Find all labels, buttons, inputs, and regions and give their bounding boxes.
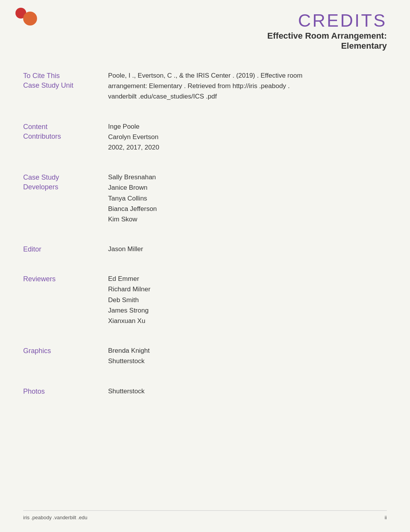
row-label-reviewers: Reviewers: [23, 274, 108, 284]
credits-row-contributors: ContentContributors Inge Poole Carolyn E…: [23, 117, 387, 153]
page: CREDITS Effective Room Arrangement: Elem…: [0, 0, 410, 532]
row-content-cite: Poole, I ., Evertson, C ., & the IRIS Ce…: [108, 70, 387, 102]
row-label-cite: To Cite ThisCase Study Unit: [23, 70, 108, 90]
row-label-developers: Case StudyDevelopers: [23, 172, 108, 192]
credits-row-photos: Photos Shutterstock: [23, 382, 387, 396]
row-label-editor: Editor: [23, 244, 108, 254]
footer-page-number: ii: [385, 515, 387, 520]
footer-url: iris .peabody .vanderbilt .edu: [23, 515, 87, 520]
row-content-editor: Jason Miller: [108, 244, 387, 254]
logo-area: [15, 8, 42, 31]
row-label-graphics: Graphics: [23, 345, 108, 356]
header: CREDITS Effective Room Arrangement: Elem…: [0, 0, 410, 59]
credits-row-editor: Editor Jason Miller: [23, 240, 387, 254]
title-block: CREDITS Effective Room Arrangement: Elem…: [267, 12, 387, 51]
footer: iris .peabody .vanderbilt .edu ii: [23, 510, 387, 520]
row-content-contributors: Inge Poole Carolyn Evertson 2002, 2017, …: [108, 121, 387, 153]
credits-row-developers: Case StudyDevelopers Sally Bresnahan Jan…: [23, 168, 387, 224]
logo-shape-orange: [23, 12, 37, 25]
credits-row-cite: To Cite ThisCase Study Unit Poole, I ., …: [23, 66, 387, 102]
row-label-photos: Photos: [23, 386, 108, 396]
subtitle-line2: Elementary: [267, 41, 387, 51]
row-content-graphics: Brenda Knight Shutterstock: [108, 345, 387, 366]
row-label-contributors: ContentContributors: [23, 121, 108, 141]
credits-row-graphics: Graphics Brenda Knight Shutterstock: [23, 342, 387, 366]
iris-logo-icon: [15, 8, 42, 31]
credits-row-reviewers: Reviewers Ed Emmer Richard Milner Deb Sm…: [23, 270, 387, 326]
row-content-developers: Sally Bresnahan Janice Brown Tanya Colli…: [108, 172, 387, 224]
credits-content: To Cite ThisCase Study Unit Poole, I ., …: [0, 59, 410, 435]
row-content-photos: Shutterstock: [108, 386, 387, 396]
credits-title: CREDITS: [267, 12, 387, 29]
row-content-reviewers: Ed Emmer Richard Milner Deb Smith James …: [108, 274, 387, 326]
subtitle-line1: Effective Room Arrangement:: [267, 31, 387, 41]
